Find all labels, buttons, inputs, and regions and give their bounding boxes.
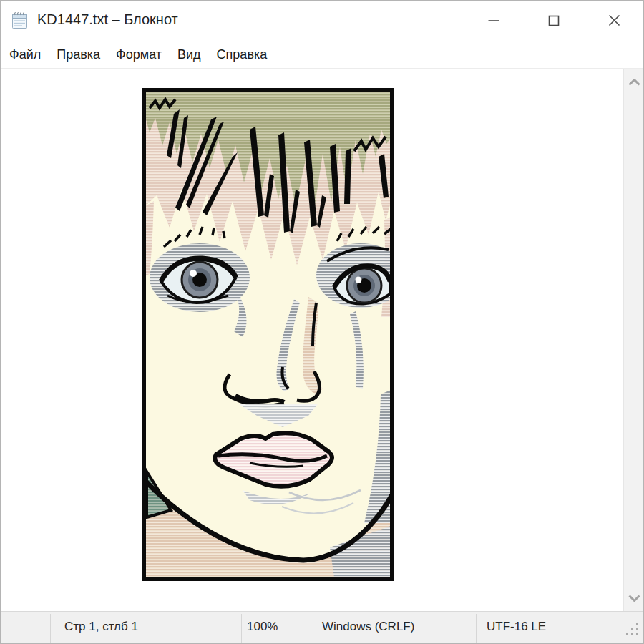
status-bar: Стр 1, стлб 1 100% Windows (CRLF) UTF-16… (0, 611, 644, 644)
status-line-col: Стр 1, стлб 1 (64, 620, 138, 634)
portrait-drawing (142, 88, 394, 581)
portrait-artwork (142, 88, 394, 581)
chevron-up-icon[interactable] (624, 72, 644, 93)
close-button[interactable] (584, 0, 644, 41)
menu-bar: Файл Правка Формат Вид Справка (0, 41, 644, 69)
status-divider (476, 614, 477, 644)
menu-item-help[interactable]: Справка (209, 44, 275, 66)
minimize-button[interactable] (464, 0, 524, 41)
status-line-ending: Windows (CRLF) (322, 620, 414, 634)
status-encoding: UTF-16 LE (487, 620, 546, 634)
menu-item-format[interactable]: Формат (108, 44, 170, 66)
status-zoom-level: 100% (247, 620, 278, 634)
title-bar: KD1447.txt – Блокнот (0, 0, 644, 41)
chevron-down-icon[interactable] (624, 587, 644, 609)
resize-grip-icon[interactable] (626, 623, 639, 639)
vertical-scrollbar[interactable] (623, 69, 644, 612)
menu-item-file[interactable]: Файл (1, 44, 49, 66)
maximize-icon (548, 15, 560, 26)
text-area[interactable] (0, 69, 644, 612)
status-divider (241, 614, 242, 644)
minimize-icon (488, 15, 499, 26)
window-controls (464, 0, 644, 41)
window-title: KD1447.txt – Блокнот (37, 11, 178, 28)
menu-item-edit[interactable]: Правка (49, 44, 108, 66)
notepad-icon (9, 10, 30, 31)
status-divider (313, 614, 313, 644)
maximize-button[interactable] (524, 0, 584, 41)
status-divider (50, 614, 51, 644)
menu-item-view[interactable]: Вид (170, 44, 209, 66)
close-icon (608, 14, 620, 26)
